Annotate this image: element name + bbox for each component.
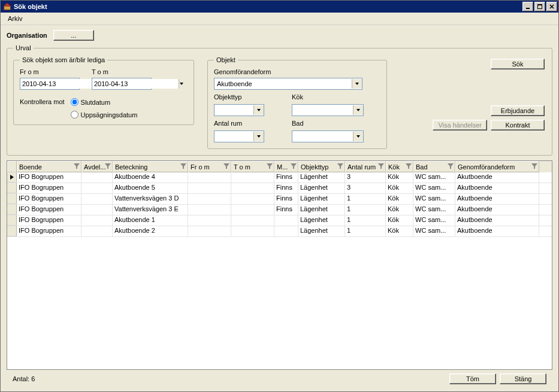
- cell-avdel: [81, 172, 113, 183]
- chevron-down-icon[interactable]: [353, 132, 363, 141]
- filter-icon[interactable]: [74, 163, 80, 169]
- from-date-input[interactable]: [20, 78, 80, 90]
- svg-marker-18: [267, 163, 273, 169]
- tom-date-field[interactable]: [92, 79, 179, 89]
- svg-marker-12: [257, 135, 261, 138]
- cell-kok: Kök: [386, 215, 413, 226]
- cell-boende: IFO Bogruppen: [17, 226, 81, 236]
- maximize-button[interactable]: [534, 2, 545, 11]
- organisation-label: Organisation: [7, 32, 47, 39]
- cell-boende: IFO Bogruppen: [17, 215, 81, 226]
- from-label: Fr o m: [20, 68, 80, 75]
- table-row[interactable]: IFO BogruppenAkutboende 1Lägenhet1KökWC …: [7, 215, 552, 226]
- filter-icon[interactable]: [291, 163, 297, 169]
- menu-arkiv[interactable]: Arkiv: [4, 14, 26, 23]
- minimize-button[interactable]: [522, 2, 533, 11]
- cell-from: [188, 172, 231, 183]
- date-legend: Sök objekt som är/blir lediga: [20, 56, 107, 63]
- sok-button[interactable]: Sök: [491, 59, 545, 69]
- row-selector[interactable]: [7, 183, 17, 193]
- cell-antal: 1: [345, 215, 386, 226]
- row-selector[interactable]: [7, 215, 17, 226]
- row-selector[interactable]: [7, 172, 17, 183]
- cell-kok: Kök: [386, 226, 413, 236]
- cell-tom: [231, 172, 274, 183]
- chevron-down-icon[interactable]: [352, 79, 362, 89]
- antalrum-label: Antal rum: [214, 120, 286, 127]
- cell-avdel: [81, 183, 113, 193]
- radio-slutdatum[interactable]: Slutdatum: [71, 98, 138, 106]
- radio-slutdatum-input[interactable]: [71, 98, 78, 106]
- filter-icon[interactable]: [337, 163, 343, 169]
- row-selector[interactable]: [7, 226, 17, 236]
- organisation-button[interactable]: ...: [53, 30, 94, 41]
- chevron-down-icon[interactable]: [179, 79, 184, 89]
- col-kok[interactable]: Kök: [386, 161, 413, 172]
- col-objekttyp[interactable]: Objekttyp: [298, 161, 345, 172]
- row-selector[interactable]: [7, 194, 17, 204]
- filter-icon[interactable]: [223, 163, 229, 169]
- cell-boende: IFO Bogruppen: [17, 183, 81, 193]
- close-button[interactable]: [546, 2, 557, 11]
- genomf-select[interactable]: Akutboende: [214, 78, 362, 90]
- kok-select[interactable]: [292, 104, 364, 116]
- svg-marker-9: [355, 83, 359, 85]
- kontrakt-button[interactable]: Kontrakt: [491, 120, 545, 130]
- cell-genom: Akutboende: [455, 183, 539, 193]
- col-antal-rum[interactable]: Antal rum: [345, 161, 386, 172]
- stang-button[interactable]: Stäng: [500, 373, 546, 384]
- table-row[interactable]: IFO BogruppenVattenverksvägen 3 DFinnsLä…: [7, 194, 552, 205]
- cell-beteck: Vattenverksvägen 3 E: [113, 205, 188, 215]
- cell-boende: IFO Bogruppen: [17, 205, 81, 215]
- cell-m: [274, 215, 298, 226]
- filter-icon[interactable]: [531, 163, 537, 169]
- objekt-group: Objekt Genomförandeform Akutboende Objek…: [207, 56, 387, 149]
- tom-button[interactable]: Töm: [449, 373, 496, 384]
- antalrum-select[interactable]: [214, 130, 264, 142]
- svg-marker-22: [406, 163, 412, 169]
- filter-icon[interactable]: [267, 163, 273, 169]
- cell-tom: [231, 194, 274, 204]
- cell-objtyp: Lägenhet: [298, 205, 345, 215]
- cell-objtyp: Lägenhet: [298, 172, 345, 183]
- col-from[interactable]: Fr o m: [188, 161, 231, 172]
- col-bad[interactable]: Bad: [413, 161, 455, 172]
- filter-icon[interactable]: [378, 163, 384, 169]
- objekttyp-select[interactable]: [214, 104, 264, 116]
- cell-genom: Akutboende: [455, 226, 539, 236]
- col-avdel[interactable]: Avdel...: [81, 161, 113, 172]
- filter-icon[interactable]: [448, 163, 454, 169]
- cell-avdel: [81, 205, 113, 215]
- filter-icon[interactable]: [406, 163, 412, 169]
- col-tom[interactable]: T o m: [231, 161, 274, 172]
- chevron-down-icon[interactable]: [253, 105, 264, 115]
- chevron-down-icon[interactable]: [253, 132, 264, 141]
- tom-date-input[interactable]: [92, 78, 152, 90]
- col-m[interactable]: M...: [274, 161, 298, 172]
- row-selector[interactable]: [7, 205, 17, 215]
- cell-m: Finns: [274, 172, 298, 183]
- cell-beteck: Akutboende 4: [113, 172, 188, 183]
- chevron-down-icon[interactable]: [353, 105, 363, 115]
- table-row[interactable]: IFO BogruppenAkutboende 4FinnsLägenhet3K…: [7, 172, 552, 183]
- erbjudande-button[interactable]: Erbjudande: [491, 105, 545, 116]
- cell-genom: Akutboende: [455, 194, 539, 204]
- col-beteckning[interactable]: Beteckning: [113, 161, 188, 172]
- col-genomforandeform[interactable]: Genomförandeform: [455, 161, 539, 172]
- table-row[interactable]: IFO BogruppenAkutboende 2Lägenhet1KökWC …: [7, 226, 552, 237]
- date-group: Sök objekt som är/blir lediga Fr o m T o…: [13, 56, 194, 125]
- radio-uppsagningsdatum[interactable]: Uppsägningsdatum: [71, 111, 138, 118]
- bad-select[interactable]: [292, 130, 364, 142]
- filter-icon[interactable]: [180, 163, 186, 169]
- filter-icon[interactable]: [105, 163, 111, 169]
- cell-kok: Kök: [386, 194, 413, 204]
- col-boende[interactable]: Boende: [17, 161, 81, 172]
- cell-beteck: Vattenverksvägen 3 D: [113, 194, 188, 204]
- objekttyp-label: Objekttyp: [214, 93, 286, 101]
- radio-uppsagningsdatum-input[interactable]: [71, 111, 78, 118]
- visa-handelser-button[interactable]: Visa händelser: [433, 120, 487, 130]
- window-title: Sök objekt: [14, 3, 47, 10]
- table-row[interactable]: IFO BogruppenAkutboende 5FinnsLägenhet3K…: [7, 183, 552, 194]
- svg-marker-19: [291, 163, 297, 169]
- table-row[interactable]: IFO BogruppenVattenverksvägen 3 EFinnsLä…: [7, 205, 552, 215]
